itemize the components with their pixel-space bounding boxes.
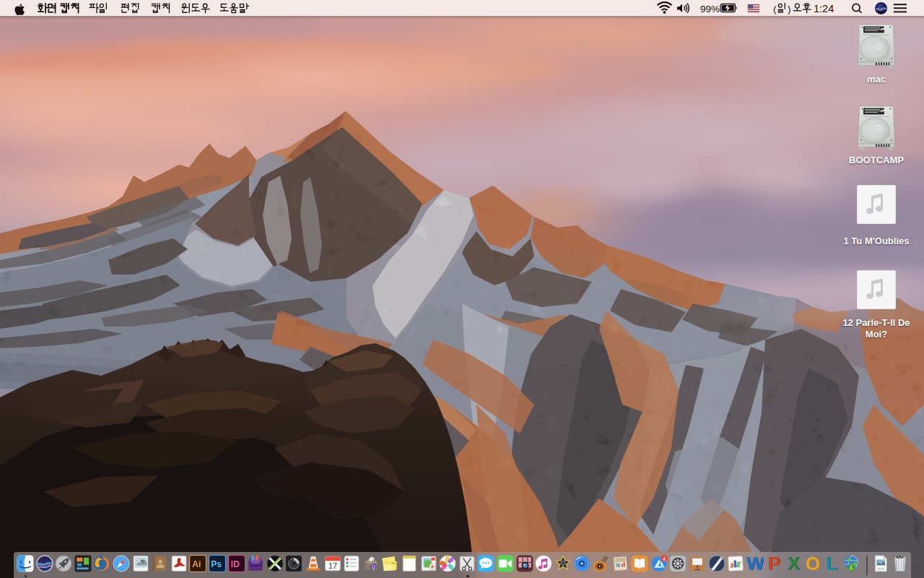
svg-text:O: O: [805, 555, 819, 572]
svg-text:Aug: Aug: [392, 561, 398, 565]
svg-text:X: X: [787, 555, 800, 572]
svg-text:4: 4: [663, 556, 666, 562]
svg-text:mp4: mp4: [877, 567, 884, 571]
svg-text:): ): [788, 4, 791, 14]
svg-text:99%: 99%: [700, 4, 720, 14]
svg-text:17: 17: [328, 561, 337, 570]
svg-text:(: (: [773, 4, 777, 14]
svg-text:ID: ID: [230, 559, 239, 569]
svg-text:L: L: [826, 555, 837, 572]
svg-text:W: W: [746, 555, 764, 572]
svg-text:Q: Q: [372, 564, 375, 570]
svg-text:Ps: Ps: [211, 559, 222, 569]
svg-text:Ai: Ai: [193, 559, 201, 569]
svg-text:1:24: 1:24: [814, 3, 834, 14]
svg-text:P: P: [768, 555, 780, 572]
